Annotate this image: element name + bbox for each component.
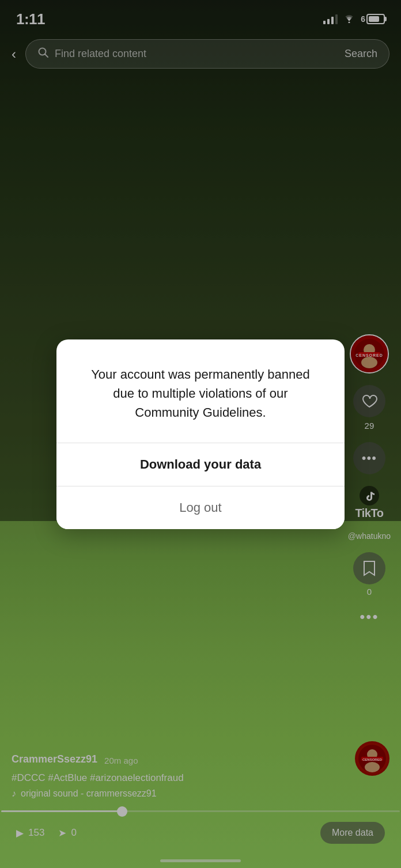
ban-modal: Your account was permanently banned due …	[56, 339, 345, 529]
ban-message: Your account was permanently banned due …	[56, 339, 345, 443]
download-data-button[interactable]: Download your data	[56, 443, 345, 486]
logout-button[interactable]: Log out	[56, 486, 345, 529]
modal-overlay: Your account was permanently banned due …	[0, 0, 401, 868]
